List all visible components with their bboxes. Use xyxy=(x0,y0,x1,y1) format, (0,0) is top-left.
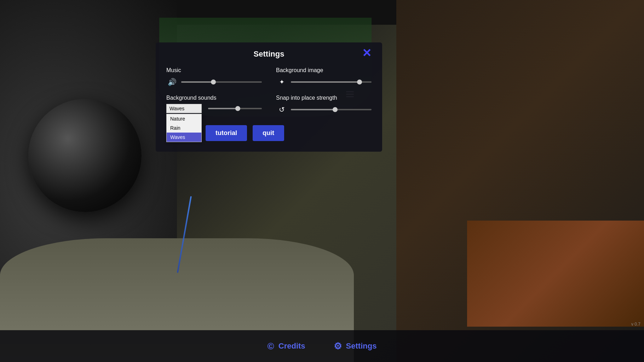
settings-modal: Settings ✕ Music 🔊 Background image ✦ xyxy=(156,42,382,152)
settings-grid: Music 🔊 Background image ✦ Back xyxy=(166,67,372,115)
credits-button[interactable]: © Credits xyxy=(268,341,305,352)
sounds-slider-thumb[interactable] xyxy=(235,106,240,111)
sounds-dropdown-wrapper: Waves Nature Rain Waves xyxy=(166,104,202,113)
background-image-section: Background image ✦ xyxy=(276,67,372,88)
version-label: v 0.7 xyxy=(631,322,640,327)
bg-image-slider-fill xyxy=(291,81,360,83)
snap-strength-label: Snap into place strength xyxy=(276,95,372,101)
music-slider-fill xyxy=(181,81,213,83)
sounds-row: Waves Nature Rain Waves xyxy=(166,104,262,113)
background-sounds-label: Background sounds xyxy=(166,95,262,101)
credits-label: Credits xyxy=(278,341,305,351)
snap-slider-fill xyxy=(291,109,335,110)
sounds-option-waves[interactable]: Waves xyxy=(167,133,201,142)
close-button[interactable]: ✕ xyxy=(362,47,372,59)
music-slider[interactable] xyxy=(181,81,262,83)
snap-strength-section: Snap into place strength ↺ xyxy=(276,95,372,115)
volume-icon: 🔊 xyxy=(166,76,178,88)
modal-title: Settings xyxy=(254,49,284,59)
quit-button[interactable]: quit xyxy=(253,125,284,141)
background-image-control: ✦ xyxy=(276,76,372,88)
music-control: 🔊 xyxy=(166,76,262,88)
sounds-dropdown[interactable]: Waves xyxy=(166,104,202,113)
brightness-icon: ✦ xyxy=(276,76,287,88)
snap-slider-thumb[interactable] xyxy=(333,107,338,112)
sounds-slider[interactable] xyxy=(208,108,262,109)
bottom-bar: © Credits ⚙ Settings xyxy=(0,330,644,362)
sounds-dropdown-options: Nature Rain Waves xyxy=(166,114,202,142)
snap-slider[interactable] xyxy=(291,109,372,110)
sounds-option-nature[interactable]: Nature xyxy=(167,114,201,123)
settings-gear-icon: ⚙ xyxy=(334,341,342,352)
background-sounds-section: Background sounds Waves Nature Rain Wave… xyxy=(166,95,262,115)
bg-deck xyxy=(467,221,644,327)
sounds-slider-fill xyxy=(208,108,238,109)
credits-icon: © xyxy=(268,341,274,352)
music-label: Music xyxy=(166,67,262,74)
bg-image-slider-thumb[interactable] xyxy=(357,80,362,84)
modal-header: Settings ✕ xyxy=(166,49,372,59)
sphere-object xyxy=(28,99,142,212)
settings-label: Settings xyxy=(346,341,377,351)
background-image-label: Background image xyxy=(276,67,372,74)
settings-button[interactable]: ⚙ Settings xyxy=(334,341,377,352)
snap-strength-control: ↺ xyxy=(276,104,372,115)
music-section: Music 🔊 xyxy=(166,67,262,88)
bg-image-slider[interactable] xyxy=(291,81,372,83)
tutorial-button[interactable]: tutorial xyxy=(206,125,247,141)
music-slider-thumb[interactable] xyxy=(211,80,216,84)
sounds-option-rain[interactable]: Rain xyxy=(167,123,201,133)
snap-icon: ↺ xyxy=(276,104,287,115)
